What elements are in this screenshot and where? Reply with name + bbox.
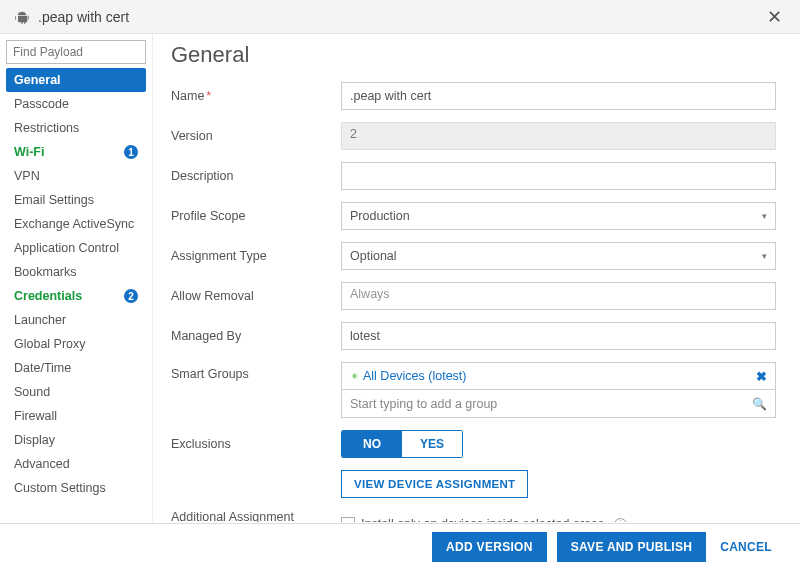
sidebar-item-label: Sound	[14, 385, 50, 399]
label-managed-by: Managed By	[171, 329, 341, 343]
select-value: Production	[350, 209, 410, 223]
label-profile-scope: Profile Scope	[171, 209, 341, 223]
sidebar-item-advanced[interactable]: Advanced	[6, 452, 146, 476]
sidebar-item-global-proxy[interactable]: Global Proxy	[6, 332, 146, 356]
close-icon[interactable]: ✕	[763, 6, 786, 28]
row-allow-removal: Allow Removal Always	[171, 282, 776, 310]
checkbox-label: Install only on devices inside selected …	[361, 517, 604, 522]
row-additional-criteria: Additional Assignment Criteria Install o…	[171, 510, 776, 522]
sidebar-item-bookmarks[interactable]: Bookmarks	[6, 260, 146, 284]
install-areas-checkbox[interactable]	[341, 517, 355, 522]
sidebar-item-label: Launcher	[14, 313, 66, 327]
row-description: Description	[171, 162, 776, 190]
sidebar-item-date-time[interactable]: Date/Time	[6, 356, 146, 380]
sidebar-item-restrictions[interactable]: Restrictions	[6, 116, 146, 140]
cancel-button[interactable]: CANCEL	[716, 540, 776, 554]
info-icon[interactable]: i	[614, 518, 627, 523]
sidebar-item-label: Email Settings	[14, 193, 94, 207]
chip-label: All Devices (lotest)	[363, 369, 467, 383]
sidebar-item-application-control[interactable]: Application Control	[6, 236, 146, 260]
section-title: General	[171, 42, 776, 68]
sidebar-item-label: Bookmarks	[14, 265, 77, 279]
managed-by-input[interactable]	[341, 322, 776, 350]
modal-body: General Passcode Restrictions Wi-Fi1 VPN…	[0, 34, 800, 522]
sidebar-item-label: Custom Settings	[14, 481, 106, 495]
sidebar-item-vpn[interactable]: VPN	[6, 164, 146, 188]
sidebar: General Passcode Restrictions Wi-Fi1 VPN…	[0, 34, 152, 522]
smart-group-search[interactable]: Start typing to add a group 🔍	[341, 390, 776, 418]
search-icon: 🔍	[752, 397, 767, 411]
sidebar-item-general[interactable]: General	[6, 68, 146, 92]
exclusions-yes-button[interactable]: YES	[402, 431, 462, 457]
description-input[interactable]	[341, 162, 776, 190]
modal-title: .peap with cert	[38, 9, 763, 25]
version-value: 2	[341, 122, 776, 150]
sidebar-item-email-settings[interactable]: Email Settings	[6, 188, 146, 212]
row-version: Version 2	[171, 122, 776, 150]
sidebar-item-label: Wi-Fi	[14, 145, 44, 159]
sidebar-item-label: Advanced	[14, 457, 70, 471]
main-panel: General Name* Version 2 Description Prof…	[152, 34, 800, 522]
sidebar-item-label: Global Proxy	[14, 337, 86, 351]
sidebar-item-label: Exchange ActiveSync	[14, 217, 134, 231]
label-description: Description	[171, 169, 341, 183]
remove-chip-icon[interactable]: ✖	[756, 369, 767, 384]
sidebar-item-wifi[interactable]: Wi-Fi1	[6, 140, 146, 164]
row-view-assignment: VIEW DEVICE ASSIGNMENT	[171, 470, 776, 498]
sidebar-item-passcode[interactable]: Passcode	[6, 92, 146, 116]
label-assignment-type: Assignment Type	[171, 249, 341, 263]
label-allow-removal: Allow Removal	[171, 289, 341, 303]
sidebar-item-display[interactable]: Display	[6, 428, 146, 452]
add-version-button[interactable]: ADD VERSION	[432, 532, 547, 562]
sidebar-item-sound[interactable]: Sound	[6, 380, 146, 404]
exclusions-toggle: NO YES	[341, 430, 463, 458]
smart-group-chip: ✶All Devices (lotest) ✖	[341, 362, 776, 390]
sidebar-item-label: Application Control	[14, 241, 119, 255]
group-icon: ✶	[350, 370, 359, 383]
select-value: Optional	[350, 249, 397, 263]
sidebar-item-label: Credentials	[14, 289, 82, 303]
label-name: Name*	[171, 89, 341, 103]
modal-footer: ADD VERSION SAVE AND PUBLISH CANCEL	[0, 523, 800, 569]
row-managed-by: Managed By	[171, 322, 776, 350]
sidebar-item-label: Display	[14, 433, 55, 447]
sidebar-item-label: Passcode	[14, 97, 69, 111]
allow-removal-value: Always	[341, 282, 776, 310]
search-placeholder: Start typing to add a group	[350, 397, 497, 411]
label-exclusions: Exclusions	[171, 437, 341, 451]
sidebar-item-label: Restrictions	[14, 121, 79, 135]
sidebar-item-custom-settings[interactable]: Custom Settings	[6, 476, 146, 500]
sidebar-item-label: Firewall	[14, 409, 57, 423]
search-input[interactable]	[6, 40, 146, 64]
row-exclusions: Exclusions NO YES	[171, 430, 776, 458]
sidebar-item-label: General	[14, 73, 61, 87]
android-icon	[14, 9, 30, 25]
sidebar-item-launcher[interactable]: Launcher	[6, 308, 146, 332]
chevron-down-icon: ▾	[762, 211, 767, 221]
chevron-down-icon: ▾	[762, 251, 767, 261]
exclusions-no-button[interactable]: NO	[342, 431, 402, 457]
name-input[interactable]	[341, 82, 776, 110]
assignment-type-select[interactable]: Optional ▾	[341, 242, 776, 270]
label-smart-groups: Smart Groups	[171, 362, 341, 381]
sidebar-item-credentials[interactable]: Credentials2	[6, 284, 146, 308]
row-assignment-type: Assignment Type Optional ▾	[171, 242, 776, 270]
sidebar-item-firewall[interactable]: Firewall	[6, 404, 146, 428]
profile-scope-select[interactable]: Production ▾	[341, 202, 776, 230]
sidebar-item-label: VPN	[14, 169, 40, 183]
modal-header: .peap with cert ✕	[0, 0, 800, 34]
badge: 1	[124, 145, 138, 159]
row-name: Name*	[171, 82, 776, 110]
label-version: Version	[171, 129, 341, 143]
row-smart-groups: Smart Groups ✶All Devices (lotest) ✖ Sta…	[171, 362, 776, 418]
view-device-assignment-button[interactable]: VIEW DEVICE ASSIGNMENT	[341, 470, 528, 498]
badge: 2	[124, 289, 138, 303]
label-additional-criteria: Additional Assignment Criteria	[171, 510, 341, 522]
sidebar-item-exchange-activesync[interactable]: Exchange ActiveSync	[6, 212, 146, 236]
row-profile-scope: Profile Scope Production ▾	[171, 202, 776, 230]
sidebar-item-label: Date/Time	[14, 361, 71, 375]
save-and-publish-button[interactable]: SAVE AND PUBLISH	[557, 532, 706, 562]
